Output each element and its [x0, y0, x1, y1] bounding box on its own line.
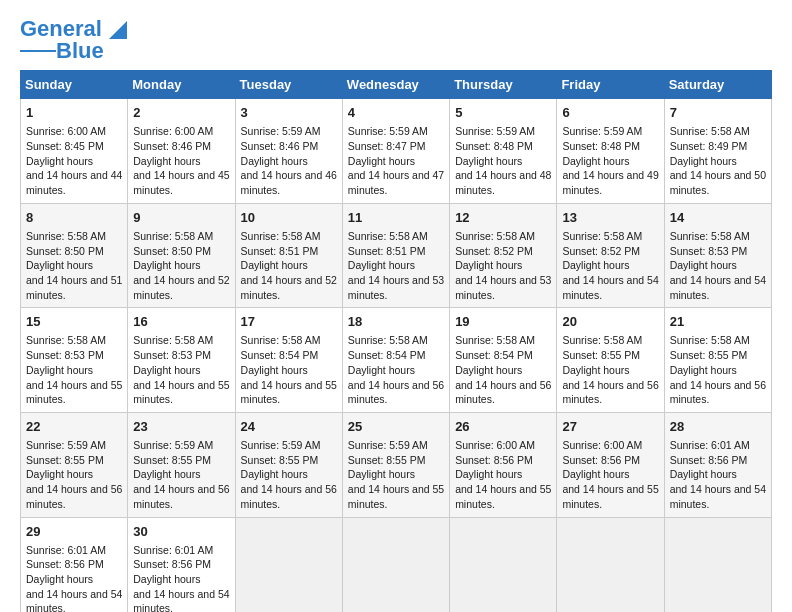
day-number: 1 [26, 104, 123, 122]
calendar-cell [342, 517, 449, 612]
calendar-cell: 3Sunrise: 5:59 AMSunset: 8:46 PMDaylight… [235, 99, 342, 204]
week-row-4: 22Sunrise: 5:59 AMSunset: 8:55 PMDayligh… [21, 412, 772, 517]
day-number: 11 [348, 209, 445, 227]
daylight-hours: and 14 hours and 55 minutes. [133, 379, 229, 406]
daylight-label: Daylight hours [26, 364, 93, 376]
sunrise: Sunrise: 6:00 AM [455, 439, 535, 451]
daylight-label: Daylight hours [133, 155, 200, 167]
daylight-label: Daylight hours [562, 259, 629, 271]
daylight-hours: and 14 hours and 55 minutes. [348, 483, 444, 510]
logo-blue: Blue [56, 40, 104, 62]
sunset: Sunset: 8:52 PM [562, 245, 640, 257]
week-row-3: 15Sunrise: 5:58 AMSunset: 8:53 PMDayligh… [21, 308, 772, 413]
col-header-thursday: Thursday [450, 71, 557, 99]
daylight-label: Daylight hours [670, 468, 737, 480]
day-number: 28 [670, 418, 767, 436]
calendar-cell: 23Sunrise: 5:59 AMSunset: 8:55 PMDayligh… [128, 412, 235, 517]
sunrise: Sunrise: 6:00 AM [133, 125, 213, 137]
sunrise: Sunrise: 5:59 AM [241, 125, 321, 137]
day-number: 20 [562, 313, 659, 331]
sunset: Sunset: 8:56 PM [133, 558, 211, 570]
sunset: Sunset: 8:55 PM [26, 454, 104, 466]
calendar-cell: 29Sunrise: 6:01 AMSunset: 8:56 PMDayligh… [21, 517, 128, 612]
header: General Blue [20, 18, 772, 62]
sunset: Sunset: 8:54 PM [348, 349, 426, 361]
calendar-cell: 12Sunrise: 5:58 AMSunset: 8:52 PMDayligh… [450, 203, 557, 308]
svg-marker-0 [109, 21, 127, 39]
daylight-hours: and 14 hours and 49 minutes. [562, 169, 658, 196]
sunset: Sunset: 8:48 PM [562, 140, 640, 152]
daylight-hours: and 14 hours and 56 minutes. [670, 379, 766, 406]
sunrise: Sunrise: 5:58 AM [670, 334, 750, 346]
daylight-hours: and 14 hours and 56 minutes. [562, 379, 658, 406]
day-number: 24 [241, 418, 338, 436]
sunset: Sunset: 8:56 PM [562, 454, 640, 466]
daylight-label: Daylight hours [670, 155, 737, 167]
calendar-cell: 8Sunrise: 5:58 AMSunset: 8:50 PMDaylight… [21, 203, 128, 308]
sunset: Sunset: 8:53 PM [26, 349, 104, 361]
daylight-hours: and 14 hours and 53 minutes. [455, 274, 551, 301]
daylight-hours: and 14 hours and 56 minutes. [26, 483, 122, 510]
daylight-hours: and 14 hours and 53 minutes. [348, 274, 444, 301]
calendar-cell: 20Sunrise: 5:58 AMSunset: 8:55 PMDayligh… [557, 308, 664, 413]
daylight-label: Daylight hours [562, 155, 629, 167]
sunrise: Sunrise: 5:59 AM [455, 125, 535, 137]
calendar-cell: 27Sunrise: 6:00 AMSunset: 8:56 PMDayligh… [557, 412, 664, 517]
daylight-hours: and 14 hours and 44 minutes. [26, 169, 122, 196]
day-number: 21 [670, 313, 767, 331]
day-number: 9 [133, 209, 230, 227]
day-number: 3 [241, 104, 338, 122]
calendar-cell: 10Sunrise: 5:58 AMSunset: 8:51 PMDayligh… [235, 203, 342, 308]
calendar-cell: 17Sunrise: 5:58 AMSunset: 8:54 PMDayligh… [235, 308, 342, 413]
calendar-cell: 5Sunrise: 5:59 AMSunset: 8:48 PMDaylight… [450, 99, 557, 204]
sunrise: Sunrise: 5:58 AM [26, 334, 106, 346]
daylight-label: Daylight hours [562, 468, 629, 480]
daylight-hours: and 14 hours and 46 minutes. [241, 169, 337, 196]
sunrise: Sunrise: 5:59 AM [348, 439, 428, 451]
day-number: 15 [26, 313, 123, 331]
col-header-tuesday: Tuesday [235, 71, 342, 99]
calendar-cell: 28Sunrise: 6:01 AMSunset: 8:56 PMDayligh… [664, 412, 771, 517]
calendar-cell: 22Sunrise: 5:59 AMSunset: 8:55 PMDayligh… [21, 412, 128, 517]
sunset: Sunset: 8:55 PM [241, 454, 319, 466]
sunset: Sunset: 8:55 PM [348, 454, 426, 466]
day-number: 17 [241, 313, 338, 331]
daylight-label: Daylight hours [133, 364, 200, 376]
daylight-hours: and 14 hours and 54 minutes. [670, 483, 766, 510]
col-header-sunday: Sunday [21, 71, 128, 99]
daylight-label: Daylight hours [133, 259, 200, 271]
daylight-hours: and 14 hours and 55 minutes. [26, 379, 122, 406]
sunset: Sunset: 8:46 PM [241, 140, 319, 152]
sunrise: Sunrise: 5:58 AM [26, 230, 106, 242]
day-number: 25 [348, 418, 445, 436]
daylight-hours: and 14 hours and 52 minutes. [133, 274, 229, 301]
calendar-cell: 16Sunrise: 5:58 AMSunset: 8:53 PMDayligh… [128, 308, 235, 413]
calendar-cell: 13Sunrise: 5:58 AMSunset: 8:52 PMDayligh… [557, 203, 664, 308]
sunset: Sunset: 8:53 PM [133, 349, 211, 361]
daylight-label: Daylight hours [26, 155, 93, 167]
sunrise: Sunrise: 5:58 AM [241, 334, 321, 346]
sunrise: Sunrise: 5:59 AM [133, 439, 213, 451]
daylight-label: Daylight hours [26, 468, 93, 480]
week-row-1: 1Sunrise: 6:00 AMSunset: 8:45 PMDaylight… [21, 99, 772, 204]
col-header-friday: Friday [557, 71, 664, 99]
calendar-cell: 9Sunrise: 5:58 AMSunset: 8:50 PMDaylight… [128, 203, 235, 308]
calendar-cell: 1Sunrise: 6:00 AMSunset: 8:45 PMDaylight… [21, 99, 128, 204]
week-row-2: 8Sunrise: 5:58 AMSunset: 8:50 PMDaylight… [21, 203, 772, 308]
calendar-cell: 26Sunrise: 6:00 AMSunset: 8:56 PMDayligh… [450, 412, 557, 517]
day-number: 16 [133, 313, 230, 331]
day-number: 10 [241, 209, 338, 227]
sunset: Sunset: 8:53 PM [670, 245, 748, 257]
sunset: Sunset: 8:55 PM [133, 454, 211, 466]
sunrise: Sunrise: 5:59 AM [26, 439, 106, 451]
col-header-monday: Monday [128, 71, 235, 99]
sunset: Sunset: 8:56 PM [26, 558, 104, 570]
daylight-hours: and 14 hours and 54 minutes. [133, 588, 229, 612]
day-number: 8 [26, 209, 123, 227]
sunset: Sunset: 8:46 PM [133, 140, 211, 152]
logo: General Blue [20, 18, 127, 62]
header-row: SundayMondayTuesdayWednesdayThursdayFrid… [21, 71, 772, 99]
daylight-hours: and 14 hours and 56 minutes. [241, 483, 337, 510]
daylight-hours: and 14 hours and 50 minutes. [670, 169, 766, 196]
sunset: Sunset: 8:55 PM [670, 349, 748, 361]
